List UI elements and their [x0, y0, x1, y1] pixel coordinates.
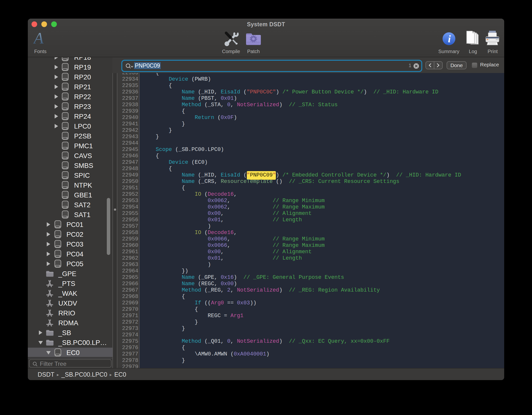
- svg-text:i: i: [448, 33, 451, 44]
